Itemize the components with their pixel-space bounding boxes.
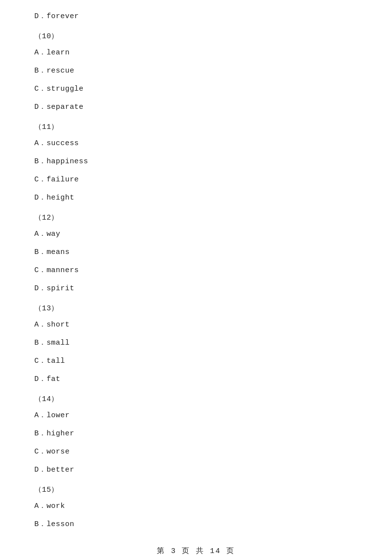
d-height: D．height — [34, 191, 358, 204]
q15: （15） — [34, 483, 358, 497]
c-failure: C．failure — [34, 173, 358, 186]
c-manners: C．manners — [34, 264, 358, 277]
d-better: D．better — [34, 463, 358, 477]
page-footer: 第 3 页 共 14 页 — [0, 546, 392, 555]
c-struggle: C．struggle — [34, 82, 358, 96]
a-learn: A．learn — [34, 46, 358, 59]
b-happiness: B．happiness — [34, 155, 358, 168]
q10: （10） — [34, 30, 358, 43]
main-content: D．forever（10）A．learnB．rescueC．struggleD．… — [0, 0, 392, 555]
b-higher: B．higher — [34, 427, 358, 440]
c-tall: C．tall — [34, 354, 358, 368]
q11: （11） — [34, 121, 358, 134]
d-spirit: D．spirit — [34, 282, 358, 295]
a-short: A．short — [34, 318, 358, 331]
d-fat: D．fat — [34, 373, 358, 386]
q13: （13） — [34, 302, 358, 315]
d-separate: D．separate — [34, 101, 358, 114]
d-forever: D．forever — [34, 10, 358, 23]
b-lesson: B．lesson — [34, 518, 358, 531]
a-success: A．success — [34, 137, 358, 150]
a-lower: A．lower — [34, 409, 358, 422]
b-small: B．small — [34, 336, 358, 350]
c-worse: C．worse — [34, 445, 358, 458]
b-rescue: B．rescue — [34, 64, 358, 77]
a-work: A．work — [34, 500, 358, 513]
a-way: A．way — [34, 227, 358, 241]
q12: （12） — [34, 211, 358, 225]
q14: （14） — [34, 393, 358, 406]
b-means: B．means — [34, 246, 358, 259]
